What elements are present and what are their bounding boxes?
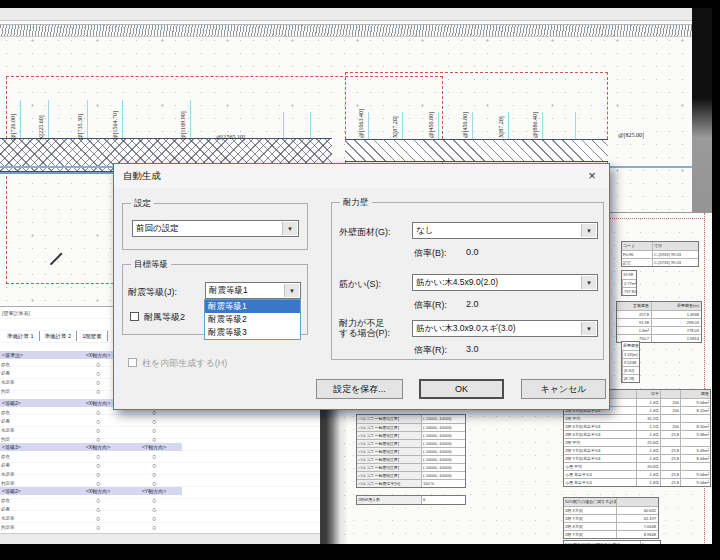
dimension-label: @[1063.40]: [358, 109, 364, 138]
table-row: 2階 Y方向8.9648: [564, 530, 658, 538]
shortage-label-line2: する場合(P):: [339, 327, 390, 340]
cell: 小屋 平均: [564, 463, 636, 470]
settings-combobox[interactable]: 前回の設定 ▼: [132, 220, 299, 237]
cell: (-10000,-10000): [421, 456, 465, 463]
cell: [680, 439, 710, 446]
tab[interactable]: 準備計算 1: [2, 331, 40, 341]
cell: (-10000,-10000): [421, 448, 465, 455]
ok-button[interactable]: OK: [419, 379, 504, 399]
cancel-button[interactable]: キャンセル: [521, 379, 606, 399]
shortage-combobox[interactable]: 筋かい:木3.0x9.0スギ(3.0) ▼: [412, 320, 598, 337]
cell: 倍率: [636, 390, 660, 398]
cell: 9.43m²: [680, 447, 710, 454]
cell: ○: [70, 496, 126, 505]
table-row: (9.92): [622, 366, 639, 374]
dropdown-option[interactable]: 耐震等級3: [205, 326, 300, 339]
cell: 50%耐力の場合に関する計算値: [564, 498, 616, 506]
cell: 31.2倍: [636, 415, 660, 422]
dimension-label: @[825.00]: [618, 132, 644, 138]
report-table: 実質壁量必要壁量(m)257.81.494891.98298.031.3m²77…: [616, 301, 702, 343]
cell: [660, 390, 680, 398]
ratio-r1-label: 倍率(R):: [414, 299, 447, 312]
table-row: F0.96C-(5933) 99.03: [622, 250, 698, 258]
canvas-top-strip: [0, 8, 692, 21]
group-label: 目標等級: [131, 259, 171, 271]
cell: 充足率: [0, 472, 70, 477]
cell: 1.4倍: [636, 431, 660, 438]
brace-combobox[interactable]: 筋かい:木4.5x9.0(2.0) ▼: [412, 274, 598, 291]
cell: 20.6倍: [636, 463, 660, 470]
cell: [680, 415, 710, 422]
outer-wall-label: 外壁面材(G):: [339, 226, 391, 239]
dimension-label: @[450.80]: [428, 112, 434, 138]
cell: 判定: [0, 389, 70, 394]
cell: 100 %: [421, 480, 465, 487]
balcony-total-row: 2階部屋人数6: [356, 495, 466, 505]
ratio-r2-value: 3.0: [466, 344, 479, 354]
table-row: 充足率○○: [0, 514, 182, 523]
brace-label: 筋かい(S):: [339, 278, 381, 291]
group-bearing-wall: 耐力壁 外壁面材(G): なし ▼ 倍率(B): 0.0 筋かい(S): 筋かい…: [331, 202, 604, 360]
cell: 2階 Y方向: [564, 531, 616, 538]
column-header-y: <Y軸方向>: [126, 443, 182, 451]
table-row: 2階 Y方向充足率1/41.4倍21.88.04m²: [564, 454, 710, 462]
section-title: <等級3>: [0, 443, 70, 451]
cell: ○: [70, 426, 126, 435]
chevron-down-icon[interactable]: ▼: [581, 224, 596, 237]
cell: 必要: [0, 419, 70, 424]
table-row: 2.77m²: [622, 279, 636, 287]
wind-grade-checkbox[interactable]: [130, 312, 139, 321]
cell: 存在: [0, 498, 70, 503]
dimension-label: @[726.00]: [10, 114, 16, 140]
dialog-titlebar[interactable]: 自動生成 ×: [114, 164, 609, 188]
cell: 21.8: [660, 471, 680, 478]
cell: 小屋 充足率1/4: [564, 471, 636, 478]
cell: 21.8: [660, 447, 680, 454]
cell: 1.4倍: [636, 471, 660, 478]
table-row: 1階 平均31.2倍: [564, 414, 710, 422]
cell: 8.04m²: [680, 455, 710, 462]
screenshot-root: @[726.00] X[225.60] @[735.30] @[1564.70]…: [0, 0, 720, 560]
table-row: 19.98: [622, 271, 636, 279]
section-title: <基準法>: [0, 351, 70, 359]
column-header-x: <X軸方向>: [70, 487, 126, 495]
close-icon[interactable]: ×: [583, 167, 601, 185]
tab[interactable]: 準備計算 2: [40, 331, 78, 341]
table-row: 1.19(m): [622, 350, 639, 358]
tab[interactable]: 1階壁量: [77, 331, 108, 341]
dropdown-option[interactable]: 耐震等級2: [205, 313, 300, 326]
table-row: バルコニー範囲5[位置](-10000,-10000): [357, 447, 465, 455]
report-table: 19.982.77m²797.81: [621, 270, 637, 296]
group-label: 耐力壁: [340, 197, 372, 209]
seismic-grade-combobox[interactable]: 耐震等級1 ▼: [205, 282, 301, 299]
cell: 2階 X方向充足率1/4: [564, 431, 636, 438]
section-title: <等級2>: [0, 487, 70, 495]
cell: 小屋 充足率1/4: [564, 479, 636, 486]
combobox-value: 筋かい:木4.5x9.0(2.0): [416, 277, 498, 287]
cell: (-10000,-10000): [421, 432, 465, 439]
table-row: 充足率○○: [0, 470, 182, 479]
chevron-down-icon[interactable]: ▼: [282, 222, 297, 235]
table-row: 存在○○: [0, 496, 182, 505]
save-settings-button[interactable]: 設定を保存...: [316, 379, 403, 399]
cell: 8.10m²: [680, 423, 710, 430]
page-border: [704, 213, 705, 543]
table-row: 797.81: [622, 287, 636, 295]
cell: ○: [126, 523, 182, 532]
cell: 2階 X方向: [564, 523, 616, 530]
table-row: バルコニー範囲8[位置](-10000,-10000): [357, 471, 465, 479]
cell: 2階 Y方向充足率1/4: [564, 455, 636, 462]
chevron-down-icon[interactable]: ▼: [581, 276, 596, 289]
dimension-label: @[1564.70]: [112, 111, 118, 140]
cell: 2階 Y方向充足率1/4: [564, 447, 636, 454]
outer-wall-combobox[interactable]: なし ▼: [412, 222, 598, 239]
chevron-down-icon[interactable]: ▼: [284, 284, 299, 297]
dropdown-option[interactable]: 耐震等級1: [205, 300, 300, 313]
table-row: 小屋 平均20.6倍: [564, 462, 710, 470]
table-row: 1.3m²778.03: [617, 326, 701, 334]
chevron-down-icon[interactable]: ▼: [581, 322, 596, 335]
table-row: 必要○○: [0, 417, 182, 426]
cell: 存在: [0, 410, 70, 415]
table-row: バルコニー範囲1[位置](-10000,-10000): [357, 415, 465, 423]
table-row: 充足率○○: [0, 426, 182, 435]
